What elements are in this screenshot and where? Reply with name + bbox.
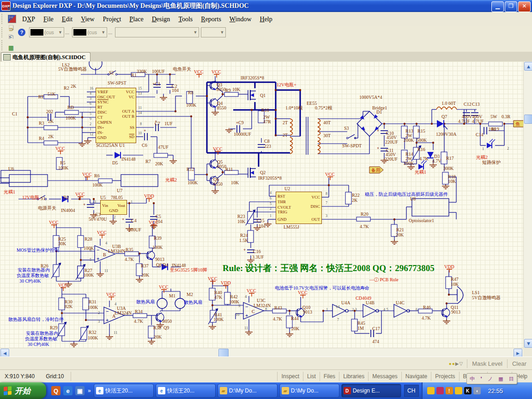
ime-icon-2[interactable]: ノ (488, 375, 493, 382)
help-icon[interactable]: ? (18, 29, 25, 36)
minimize-button[interactable]: ▁ (491, 1, 504, 12)
menu-grip[interactable] (1, 14, 5, 24)
sogou-icon[interactable]: Q (51, 386, 60, 395)
pin-name: GND (97, 136, 107, 140)
restore-button[interactable]: ❐ (505, 1, 517, 12)
pin-name: RT (97, 105, 103, 109)
sch-label: R38 (153, 326, 161, 330)
taskbar-button-folder[interactable]: ▰D:\My Do... (279, 384, 339, 398)
pin-name: VC (128, 95, 134, 99)
menu-design[interactable]: Design (148, 14, 175, 24)
filter-status-icon[interactable]: ●●▶▽ (445, 361, 467, 366)
tab-schematic-document[interactable]: 电鱼机原理图(自制).SCHDOC (1, 52, 91, 62)
kaspersky-icon[interactable]: K (464, 387, 472, 394)
ime-icon-0[interactable]: 中 (470, 375, 475, 382)
sch-label: R45 (357, 321, 365, 326)
place-bus-entry-icon[interactable]: ⌁ (6, 0, 16, 4)
sch-label: 4.7UF (458, 119, 470, 124)
hscroll-thumb[interactable] (218, 349, 229, 357)
taskbar-button-dxp[interactable]: DDesign E... (341, 384, 401, 398)
place-sheet-symbol-icon[interactable]: ▦ (6, 42, 16, 53)
panel-files[interactable]: Files (320, 372, 339, 381)
clear-button[interactable]: Clear (507, 359, 531, 368)
color-more-1[interactable]: ... (65, 30, 69, 35)
ime-toolbar[interactable]: 中❜ノ▦目 (466, 373, 517, 384)
ie-icon[interactable]: e (63, 386, 73, 395)
sch-label: 负温度系数热敏 (17, 273, 49, 278)
horizontal-scrollbar[interactable]: ◀ ▶ (0, 348, 523, 357)
vscroll-thumb[interactable] (524, 115, 532, 124)
taskbar-button-folder[interactable]: ▰D:\My Do... (218, 384, 278, 398)
menu-edit[interactable]: Edit (58, 14, 77, 24)
title-bar[interactable]: DXP Design Explorer DXP - D:\My Document… (0, 0, 532, 12)
vertical-scrollbar[interactable]: ▲ ▼ (523, 61, 532, 348)
menu-tools[interactable]: Tools (174, 14, 197, 24)
player-icon[interactable] (436, 387, 444, 394)
panel-inspect[interactable]: Inspect (277, 372, 303, 381)
start-button[interactable]: 开始 (0, 382, 46, 399)
panel-list[interactable]: List (303, 372, 320, 381)
menu-place[interactable]: Place (125, 14, 147, 24)
panel-libraries[interactable]: Libraries (339, 372, 368, 381)
panel-messages[interactable]: Messages (368, 372, 401, 381)
pin-number: 10 (138, 132, 142, 135)
menu-window[interactable]: Window (225, 14, 256, 24)
show-desktop-icon[interactable]: ▣ (75, 386, 85, 395)
panel-projects[interactable]: Projects (431, 372, 459, 381)
wide-combo[interactable]: ▼ (115, 27, 199, 37)
sch-label: 散热器风扇自转，冷时自停 (8, 317, 64, 322)
pin-name: DISC (310, 205, 320, 209)
close-button[interactable]: ✕ (518, 1, 531, 12)
panel-navigate[interactable]: Navigate (401, 372, 431, 381)
menu-project[interactable]: Project (99, 14, 126, 24)
menu-view[interactable]: View (77, 14, 99, 24)
sch-label: D5 (112, 161, 118, 165)
place-gnd-icon[interactable]: ⏚ (6, 14, 16, 24)
place-net-label-icon[interactable]: Net (6, 4, 16, 14)
qq-icon[interactable] (427, 387, 435, 394)
sch-label: VCC (106, 292, 116, 297)
sch-label: 4 5 (383, 307, 388, 312)
sch-label: LS1 (472, 290, 480, 295)
qq2-icon[interactable] (455, 387, 462, 394)
schematic-canvas[interactable]: ++++++++−+B−+A−+C鱼备用 LS25V自激蜂鸣器S2SW-SPST… (0, 61, 523, 348)
quick-launch-more[interactable]: » (88, 387, 91, 394)
sch-label: 至SG3525 5脚10脚 (170, 268, 207, 272)
sch-label: 1000V5A*4 (359, 95, 382, 100)
pin-number: 9 (90, 117, 91, 121)
scroll-down-icon[interactable]: ▼ (524, 339, 532, 348)
ime-icon-1[interactable]: ❜ (480, 376, 482, 382)
sch-label: Optoisolator1 (409, 218, 434, 223)
sch-label: 20K (154, 335, 162, 339)
color-combo-2[interactable]: (cus▼ (72, 27, 107, 37)
ic-u1[interactable]: VREF16OSC OUT4SYNC3RT6DISC7CT5CMPEN9IN+2… (96, 88, 136, 143)
menu-dxp[interactable]: DXP (18, 14, 39, 24)
shield-icon[interactable]: ! (446, 387, 453, 394)
scroll-up-icon[interactable]: ▲ (524, 62, 532, 71)
sch-label: 9 (238, 303, 240, 308)
taskbar-button-ie[interactable]: e快活王20... (94, 384, 154, 398)
mask-level-button[interactable]: Mask Level (467, 359, 507, 368)
language-indicator[interactable]: CH (404, 385, 419, 397)
sch-label: R1 (131, 73, 137, 78)
menu-help[interactable]: Help (256, 14, 277, 24)
place-part-icon[interactable]: ⊃ (6, 24, 16, 34)
pin-number: 8 (140, 122, 142, 126)
sch-label: VCC (247, 289, 256, 293)
ime-icon-4[interactable]: 目 (509, 375, 514, 382)
volume-icon[interactable]: ◖ (473, 387, 481, 394)
ime-icon-3[interactable]: ▦ (498, 376, 503, 382)
wiring-toolbar: ⬓❒◰▨▧◪⬔▤⬀⬂⌐≣⌁Net⏚⊃▦⬕D▸D≫↱✗▣∕▱◠∿T▤▭▢⬭◔▩⁙ (0, 39, 532, 52)
taskbar-button-ie[interactable]: e快活王20... (156, 384, 216, 398)
ic-u2[interactable]: RST4THR6CVOLT5TRIG2GND1VCC8DISC7OUT3 (276, 192, 322, 224)
chevron-down-icon: ▼ (218, 30, 225, 35)
sch-label: 3 (98, 319, 100, 324)
small-combo[interactable]: ▼ (201, 27, 226, 37)
toolbar-grip[interactable] (1, 27, 5, 37)
ic-u5[interactable]: Vin3Vout1GND2 (100, 200, 127, 215)
color-more-2[interactable]: ... (108, 30, 112, 35)
toolbar-grip[interactable] (1, 40, 5, 50)
menu-reports[interactable]: Reports (197, 14, 225, 24)
menu-file[interactable]: File (39, 14, 58, 24)
color-combo-1[interactable]: (cus▼ (29, 27, 64, 37)
